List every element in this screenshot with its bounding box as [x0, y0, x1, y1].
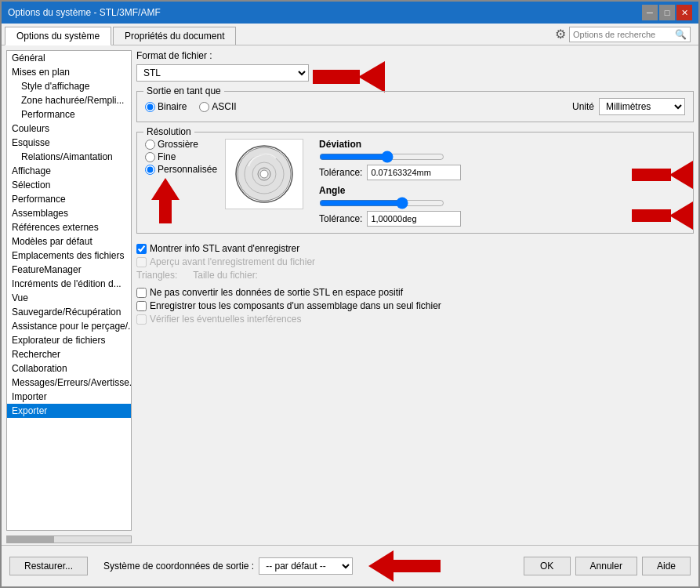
sidebar-item-affichage[interactable]: Affichage	[7, 164, 131, 178]
scrollbar-thumb[interactable]	[7, 536, 54, 543]
format-section: Format de fichier : STL 3MF AMF	[136, 50, 694, 82]
sidebar-item-performance[interactable]: Performance	[7, 192, 131, 206]
format-label: Format de fichier :	[136, 50, 212, 61]
angle-tolerance-row: Tolérance:	[319, 211, 685, 227]
sidebar-item-sauvegarde[interactable]: Sauvegarde/Récupération	[7, 305, 131, 319]
sidebar-item-style-affichage[interactable]: Style d'affichage	[7, 79, 131, 93]
annuler-button[interactable]: Annuler	[575, 557, 637, 575]
search-box[interactable]: 🔍	[569, 27, 691, 42]
radio-binaire-label: Binaire	[158, 101, 187, 112]
taille-label: Taille du fichier:	[193, 270, 258, 281]
resolution-group: Résolution Grossière Fine	[136, 132, 694, 234]
sidebar-item-mises-en-plan[interactable]: Mises en plan	[7, 65, 131, 79]
checkbox-espace-label: Ne pas convertir les données de sortie S…	[150, 287, 403, 298]
angle-tolerance-label: Tolérance:	[319, 213, 362, 224]
radio-grossiere-option: Grossière	[145, 139, 217, 150]
checkbox-assemblage-label: Enregistrer tous les composants d'un ass…	[150, 300, 441, 311]
checkbox-interferences-label: Vérifier les éventuelles interférences	[150, 314, 301, 325]
checkbox-apercu-label: Aperçu avant l'enregistrement du fichier	[150, 256, 315, 267]
tab-systeme[interactable]: Options du système	[5, 27, 111, 45]
sidebar-item-messages[interactable]: Messages/Erreurs/Avertisse...	[7, 376, 131, 390]
sidebar-item-assemblages[interactable]: Assemblages	[7, 206, 131, 220]
format-select[interactable]: STL 3MF AMF	[136, 64, 309, 82]
sidebar-item-vue[interactable]: Vue	[7, 291, 131, 305]
disc-preview	[225, 139, 303, 209]
resolution-options: Grossière Fine Personnalisée	[145, 139, 217, 227]
sidebar-item-emplacements[interactable]: Emplacements des fichiers	[7, 249, 131, 263]
radio-personnalisee-option: Personnalisée	[145, 164, 217, 175]
sidebar-item-modeles[interactable]: Modèles par défaut	[7, 234, 131, 249]
arrow-angle	[632, 201, 693, 230]
disc-svg	[233, 143, 296, 205]
search-input[interactable]	[573, 30, 675, 39]
deviation-tolerance-label: Tolérance:	[319, 167, 362, 178]
angle-tolerance-input[interactable]	[367, 211, 461, 227]
checkbox-assemblage[interactable]	[136, 301, 147, 311]
ok-button[interactable]: OK	[524, 557, 571, 575]
sidebar-item-featuremanager[interactable]: FeatureManager	[7, 263, 131, 277]
sidebar-item-selection[interactable]: Sélection	[7, 178, 131, 192]
scrollbar-track[interactable]	[6, 535, 132, 543]
restore-button[interactable]: Restaurer...	[9, 557, 88, 575]
deviation-slider[interactable]	[319, 151, 444, 162]
tab-document[interactable]: Propriétés du document	[113, 27, 236, 45]
angle-block: Angle Tolérance:	[319, 185, 685, 227]
options-gear-icon: ⚙	[555, 27, 566, 42]
coord-select[interactable]: -- par défaut --	[259, 557, 353, 575]
resolution-content: Grossière Fine Personnalisée	[145, 139, 685, 227]
sidebar-item-esquisse[interactable]: Esquisse	[7, 136, 131, 150]
angle-slider[interactable]	[319, 198, 444, 209]
window-title: Options du système - STL/3MF/AMF	[8, 7, 161, 18]
scrollbar-area	[2, 535, 698, 545]
sidebar-item-explorateur[interactable]: Explorateur de fichiers	[7, 333, 131, 347]
sidebar-item-relations[interactable]: Relations/Aimantation	[7, 150, 131, 164]
checkbox-apercu[interactable]	[136, 257, 147, 267]
arrow-format	[313, 61, 385, 93]
sidebar-item-importer[interactable]: Importer	[7, 390, 131, 404]
maximize-button[interactable]: □	[659, 5, 675, 20]
radio-fine-label: Fine	[158, 151, 176, 162]
sidebar-item-general[interactable]: Général	[7, 51, 131, 65]
unite-select[interactable]: Millimètres Centimètres Mètres Pouces	[599, 98, 685, 115]
sidebar-item-assistance[interactable]: Assistance pour le perçage/...	[7, 319, 131, 333]
radio-fine-option: Fine	[145, 151, 217, 162]
radio-ascii[interactable]	[199, 102, 209, 112]
deviation-section: Déviation Tolérance: Angle	[311, 139, 685, 227]
arrow-personnalisee	[145, 178, 217, 223]
sidebar-item-references[interactable]: Références externes	[7, 220, 131, 234]
sidebar-item-increments[interactable]: Incréments de l'édition d...	[7, 277, 131, 291]
right-panel: Format de fichier : STL 3MF AMF	[136, 50, 694, 531]
sidebar: Général Mises en plan Style d'affichage …	[6, 50, 132, 531]
sidebar-item-performance-sub[interactable]: Performance	[7, 107, 131, 122]
checkbox-montrer[interactable]	[136, 244, 147, 254]
radio-binaire[interactable]	[145, 102, 155, 112]
deviation-tolerance-input[interactable]	[367, 165, 461, 180]
radio-fine[interactable]	[145, 152, 155, 162]
main-window: Options du système - STL/3MF/AMF ─ □ ✕ O…	[0, 0, 700, 588]
radio-grossiere[interactable]	[145, 140, 155, 150]
info-row: Triangles: Taille du fichier:	[136, 270, 694, 281]
checkbox-interferences[interactable]	[136, 314, 147, 325]
scrollbar-track-container	[6, 535, 132, 543]
close-button[interactable]: ✕	[676, 5, 692, 20]
sidebar-item-exporter[interactable]: Exporter	[7, 404, 131, 418]
sidebar-item-rechercher[interactable]: Rechercher	[7, 347, 131, 361]
sidebar-item-zone-hachure[interactable]: Zone hachurée/Rempli...	[7, 93, 131, 107]
aide-button[interactable]: Aide	[642, 557, 691, 575]
arrow-deviation	[632, 161, 693, 189]
radio-personnalisee[interactable]	[145, 165, 155, 175]
sidebar-item-couleurs[interactable]: Couleurs	[7, 122, 131, 136]
deviation-label: Déviation	[319, 139, 685, 150]
sortie-row: Binaire ASCII Unité Millimètres Centimèt…	[145, 98, 685, 115]
checkbox-montrer-label: Montrer info STL avant d'enregistrer	[150, 243, 299, 254]
radio-personnalisee-label: Personnalisée	[158, 164, 217, 175]
radio-ascii-label: ASCII	[212, 101, 236, 112]
sidebar-item-collaboration[interactable]: Collaboration	[7, 361, 131, 376]
checkbox-montrer-row: Montrer info STL avant d'enregistrer	[136, 243, 694, 254]
unite-label: Unité	[572, 101, 594, 112]
minimize-button[interactable]: ─	[642, 5, 658, 20]
title-bar: Options du système - STL/3MF/AMF ─ □ ✕	[2, 2, 698, 24]
coord-row: Système de coordonnées de sortie : -- pa…	[103, 557, 353, 575]
checkbox-espace[interactable]	[136, 288, 147, 298]
checkbox-assemblage-row: Enregistrer tous les composants d'un ass…	[136, 300, 694, 311]
